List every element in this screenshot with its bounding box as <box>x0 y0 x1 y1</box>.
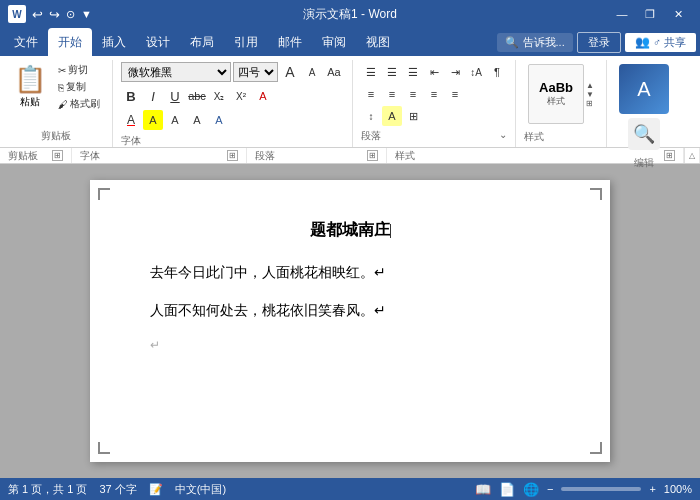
view-read-btn[interactable]: 📖 <box>475 482 491 497</box>
style-scroll-arrows: ▲ ▼ ⊞ <box>586 81 594 108</box>
bold-btn[interactable]: B <box>121 86 141 106</box>
title-bar-left: W ↩ ↪ ⊙ ▼ <box>8 5 92 23</box>
shading-btn[interactable]: A <box>382 106 402 126</box>
font-group: 微软雅黑 四号 A A Aa B I U abc X₂ X² A A A <box>121 60 353 147</box>
lang-status-icon: 📝 <box>149 483 163 496</box>
menu-file[interactable]: 文件 <box>4 28 48 56</box>
font-color2-btn[interactable]: A <box>209 110 229 130</box>
text-cursor <box>390 224 391 238</box>
font-name-select[interactable]: 微软雅黑 <box>121 62 231 82</box>
style-expand[interactable]: ⊞ <box>586 99 594 108</box>
sign-in-button[interactable]: 登录 <box>577 32 621 53</box>
para-label-row: 段落 ⊞ <box>247 148 387 163</box>
subscript-btn[interactable]: X₂ <box>209 86 229 106</box>
expand-font-btn[interactable]: A <box>187 110 207 130</box>
zoom-in-btn[interactable]: + <box>649 483 655 495</box>
ribbon: 📋 粘贴 ✂ 剪切 ⎘ 复制 🖌 格式刷 剪贴板 <box>0 56 700 148</box>
paste-button[interactable]: 📋 粘贴 <box>8 62 52 111</box>
numbered-list-btn[interactable]: ☰ <box>382 62 402 82</box>
style-scroll-down[interactable]: ▼ <box>586 90 594 99</box>
language-status: 中文(中国) <box>175 482 226 497</box>
format-painter-button[interactable]: 🖌 格式刷 <box>54 96 104 112</box>
share-button[interactable]: 👥 ♂ 共享 <box>625 33 696 52</box>
zoom-out-btn[interactable]: − <box>547 483 553 495</box>
clipboard-small-btns: ✂ 剪切 ⎘ 复制 🖌 格式刷 <box>54 62 104 112</box>
document-page[interactable]: 题都城南庄 去年今日此门中，人面桃花相映红。↵ 人面不知何处去，桃花依旧笑春风。… <box>90 180 610 462</box>
grow-font-btn[interactable]: A <box>280 62 300 82</box>
menu-right: 🔍 告诉我... 登录 👥 ♂ 共享 <box>497 28 696 56</box>
format-painter-icon: 🖌 <box>58 99 68 110</box>
justify-btn[interactable]: ≡ <box>424 84 444 104</box>
strikethrough-btn[interactable]: abc <box>187 86 207 106</box>
font-label-row: 字体 ⊞ <box>72 148 247 163</box>
menu-layout[interactable]: 布局 <box>180 28 224 56</box>
superscript-btn[interactable]: X² <box>231 86 251 106</box>
menu-design[interactable]: 设计 <box>136 28 180 56</box>
search-box[interactable]: 🔍 告诉我... <box>497 33 573 52</box>
menu-references[interactable]: 引用 <box>224 28 268 56</box>
paragraph-expand-icon[interactable]: ⌄ <box>499 129 507 143</box>
bullet-list-btn[interactable]: ☰ <box>361 62 381 82</box>
menu-mailings[interactable]: 邮件 <box>268 28 312 56</box>
redo-btn[interactable]: ↪ <box>49 7 60 22</box>
clipboard-expand-icon[interactable]: ⊞ <box>52 150 63 161</box>
zoom-slider[interactable] <box>561 487 641 491</box>
clipboard-label: 剪贴板 <box>8 127 104 143</box>
autosave-btn[interactable]: ⊙ <box>66 8 75 21</box>
para-expand-row-icon[interactable]: ⊞ <box>367 150 378 161</box>
shrink-font-btn[interactable]: A <box>302 62 322 82</box>
document-para-2: 人面不知何处去，桃花依旧笑春风。↵ <box>150 299 550 321</box>
scissors-icon: ✂ <box>58 65 66 76</box>
undo-btn[interactable]: ↩ <box>32 7 43 22</box>
style-expand-row-icon[interactable]: ⊞ <box>664 150 675 161</box>
doc-enter-mark: ↵ <box>150 338 550 352</box>
style-apply-big[interactable]: A <box>619 64 669 114</box>
menu-view[interactable]: 视图 <box>356 28 400 56</box>
line-spacing-btn[interactable]: ↕ <box>361 106 381 126</box>
font-size-select[interactable]: 四号 <box>233 62 278 82</box>
show-marks-btn[interactable]: ¶ <box>487 62 507 82</box>
window-controls: — ❐ ✕ <box>608 0 692 28</box>
maximize-btn[interactable]: ❐ <box>636 0 664 28</box>
increase-indent-btn[interactable]: ⇥ <box>445 62 465 82</box>
cut-button[interactable]: ✂ 剪切 <box>54 62 104 78</box>
menu-home[interactable]: 开始 <box>48 28 92 56</box>
style-scroll-up[interactable]: ▲ <box>586 81 594 90</box>
multilevel-list-btn[interactable]: ☰ <box>403 62 423 82</box>
view-web-btn[interactable]: 🌐 <box>523 482 539 497</box>
style-label-row: 样式 ⊞ <box>387 148 684 163</box>
more-btn[interactable]: ▼ <box>81 8 92 20</box>
dist-btn[interactable]: ≡ <box>445 84 465 104</box>
minimize-btn[interactable]: — <box>608 0 636 28</box>
highlight-btn[interactable]: A <box>143 110 163 130</box>
share-label: ♂ 共享 <box>653 35 686 50</box>
title-bar: W ↩ ↪ ⊙ ▼ 演示文稿1 - Word — ❐ ✕ <box>0 0 700 28</box>
style-normal-btn[interactable]: AaBb 样式 <box>528 64 584 124</box>
clear-format-btn[interactable]: A <box>253 86 273 106</box>
ribbon-collapse-icon: △ <box>689 151 695 160</box>
ribbon-collapse-btn[interactable]: △ <box>684 148 700 163</box>
align-right-btn[interactable]: ≡ <box>403 84 423 104</box>
align-center-btn[interactable]: ≡ <box>382 84 402 104</box>
sort-btn[interactable]: ↕A <box>466 62 486 82</box>
corner-tr <box>590 188 602 200</box>
font-expand-row-icon[interactable]: ⊞ <box>227 150 238 161</box>
zoom-level: 100% <box>664 483 692 495</box>
align-left-btn[interactable]: ≡ <box>361 84 381 104</box>
border-btn[interactable]: ⊞ <box>403 106 423 126</box>
search-big-icon: 🔍 <box>633 123 655 145</box>
underline-btn[interactable]: U <box>165 86 185 106</box>
menu-review[interactable]: 审阅 <box>312 28 356 56</box>
share-icon: 👥 <box>635 35 650 49</box>
copy-button[interactable]: ⎘ 复制 <box>54 79 104 95</box>
change-case-btn[interactable]: Aa <box>324 62 344 82</box>
view-print-btn[interactable]: 📄 <box>499 482 515 497</box>
decrease-indent-btn[interactable]: ⇤ <box>424 62 444 82</box>
text-color-btn[interactable]: A <box>121 110 141 130</box>
close-btn[interactable]: ✕ <box>664 0 692 28</box>
menu-insert[interactable]: 插入 <box>92 28 136 56</box>
search-btn[interactable]: 🔍 <box>628 118 660 150</box>
ribbon-labels-row: 剪贴板 ⊞ 字体 ⊞ 段落 ⊞ 样式 ⊞ △ <box>0 148 700 164</box>
italic-btn[interactable]: I <box>143 86 163 106</box>
font-shadow-btn[interactable]: A <box>165 110 185 130</box>
